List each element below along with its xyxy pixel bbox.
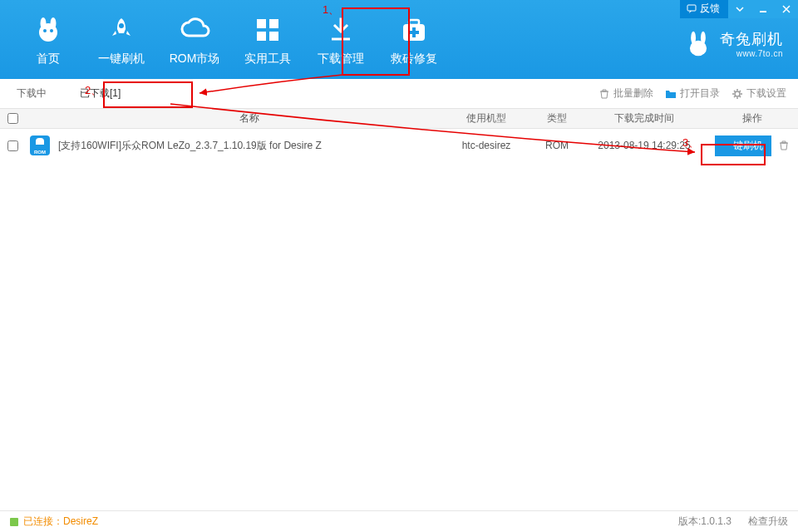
row-type: ROM: [532, 140, 582, 151]
nav-rescue[interactable]: 救砖修复: [377, 0, 451, 79]
row-checkbox[interactable]: [7, 140, 18, 151]
col-time: 下载完成时间: [582, 111, 707, 126]
svg-point-4: [51, 17, 57, 29]
close-button[interactable]: [775, 0, 798, 18]
select-all-checkbox[interactable]: [7, 113, 18, 124]
row-delete-icon[interactable]: [778, 140, 790, 151]
svg-point-18: [691, 31, 696, 43]
svg-rect-14: [409, 20, 419, 25]
trash-icon: [598, 88, 610, 100]
minimize-button[interactable]: [751, 0, 775, 18]
check-update-link[interactable]: 检查升级: [748, 515, 788, 529]
chevron-down-icon: [736, 5, 744, 13]
nav-flash[interactable]: 一键刷机: [85, 0, 158, 79]
row-model: htc-desirez: [441, 140, 532, 151]
svg-rect-16: [409, 31, 419, 34]
link-label: 批量删除: [613, 86, 653, 101]
nav-label: 一键刷机: [98, 52, 145, 66]
rocket-icon: [105, 13, 138, 47]
svg-point-3: [41, 17, 47, 29]
svg-point-7: [119, 23, 124, 28]
svg-point-6: [50, 29, 53, 32]
col-name: 名称: [55, 111, 441, 126]
col-model: 使用机型: [441, 111, 532, 126]
svg-point-5: [43, 29, 47, 32]
nav-label: ROM市场: [170, 52, 220, 66]
connection-indicator-icon: [10, 518, 18, 526]
row-name: [支持160WIFI]乐众ROM LeZo_2.3.7_1.10.19版 for…: [55, 139, 441, 153]
main-nav: 首页 一键刷机 ROM市场 实用工具 下载管理 救砖修复: [12, 0, 451, 79]
brand-name: 奇兔刷机: [720, 29, 783, 49]
feedback-button[interactable]: 反馈: [680, 0, 728, 18]
home-icon: [32, 13, 65, 47]
close-icon: [781, 4, 791, 14]
download-icon: [324, 13, 357, 47]
gear-icon: [732, 88, 743, 100]
nav-downloads[interactable]: 下载管理: [304, 0, 377, 79]
flash-button[interactable]: 一键刷机: [715, 135, 771, 156]
open-dir-link[interactable]: 打开目录: [665, 86, 720, 101]
svg-rect-8: [257, 19, 266, 28]
tab-downloading[interactable]: 下载中: [0, 79, 63, 108]
nav-label: 救砖修复: [391, 52, 437, 66]
nav-tools[interactable]: 实用工具: [231, 0, 304, 79]
nav-market[interactable]: ROM市场: [158, 0, 231, 79]
download-settings-link[interactable]: 下载设置: [732, 86, 786, 101]
link-label: 打开目录: [680, 86, 720, 101]
nav-label: 首页: [37, 52, 60, 66]
table-row: [支持160WIFI]乐众ROM LeZo_2.3.7_1.10.19版 for…: [0, 129, 798, 162]
brand: 奇兔刷机 www.7to.cn: [685, 29, 783, 58]
batch-delete-link[interactable]: 批量删除: [598, 86, 653, 101]
svg-point-20: [735, 91, 740, 96]
status-version: 版本:1.0.1.3: [678, 515, 732, 529]
svg-rect-9: [269, 19, 278, 28]
feedback-label: 反馈: [700, 2, 720, 16]
svg-point-19: [701, 31, 706, 43]
brand-icon: [685, 31, 712, 57]
nav-label: 实用工具: [244, 52, 291, 66]
nav-home[interactable]: 首页: [12, 0, 85, 79]
firstaid-icon: [397, 13, 431, 47]
col-action: 操作: [707, 111, 798, 126]
svg-rect-11: [269, 32, 278, 41]
svg-rect-10: [257, 32, 266, 41]
window-menu-button[interactable]: [728, 0, 751, 18]
sub-toolbar: 下载中 已下载[1] 批量删除 打开目录 下载设置: [0, 79, 798, 109]
minimize-icon: [758, 4, 768, 14]
status-conn: 已连接：DesireZ: [23, 515, 98, 529]
cloud-icon: [178, 13, 211, 47]
app-header: 首页 一键刷机 ROM市场 实用工具 下载管理 救砖修复 奇兔刷机 www.7t…: [0, 0, 798, 79]
link-label: 下载设置: [746, 86, 786, 101]
tab-downloaded[interactable]: 已下载[1]: [63, 79, 137, 108]
row-time: 2013-08-19 14:29:25: [582, 140, 707, 151]
rom-file-icon: [30, 135, 50, 155]
col-type: 类型: [532, 111, 582, 126]
folder-icon: [665, 88, 677, 100]
brand-url: www.7to.cn: [720, 49, 783, 58]
speech-icon: [687, 4, 697, 14]
grid-icon: [251, 13, 284, 47]
table-header: 名称 使用机型 类型 下载完成时间 操作: [0, 109, 798, 129]
status-bar: 已连接：DesireZ 版本:1.0.1.3 检查升级: [0, 510, 798, 532]
nav-label: 下载管理: [318, 52, 364, 66]
svg-rect-0: [687, 5, 696, 11]
